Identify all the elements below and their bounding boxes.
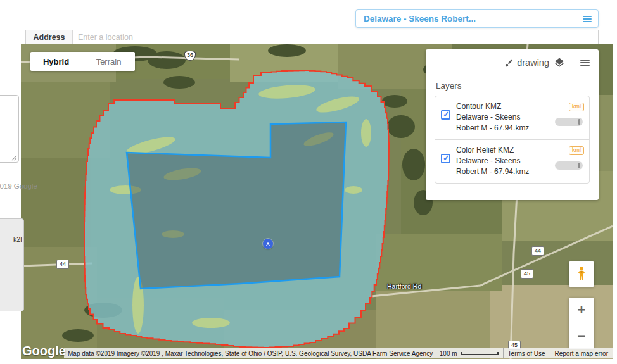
side-dialog-fragment: k2I (0, 218, 24, 311)
hamburger-icon[interactable] (583, 16, 592, 22)
google-watermark: 2019 Google (0, 182, 37, 190)
top-bar: Delaware - Skeens Robert... (0, 0, 617, 30)
slider-thumb[interactable] (578, 163, 580, 168)
slider-thumb[interactable] (578, 119, 580, 125)
layer-label-contour: Contour KMZ Delaware - Skeens Robert M -… (456, 101, 533, 134)
scale-ruler (461, 352, 499, 355)
google-logo[interactable]: Google (22, 344, 66, 358)
resize-handle-icon[interactable] (10, 154, 17, 161)
drawing-mode-label: drawing (517, 58, 549, 68)
field-selector-dropdown[interactable]: Delaware - Skeens Robert... (355, 9, 599, 28)
zoom-control: + − (569, 298, 594, 349)
terrain-button[interactable]: Terrain (82, 52, 135, 71)
attribution-bar: Map data ©2019 Imagery ©2019 , Maxar Tec… (64, 348, 613, 358)
layer-checkbox-contour[interactable] (441, 110, 450, 120)
layers-icon[interactable] (554, 57, 565, 68)
route-shield-44-right: 44 (531, 246, 544, 256)
layer-list: Contour KMZ Delaware - Skeens Robert M -… (435, 96, 590, 184)
kml-badge: kml (569, 146, 584, 155)
app-page: Delaware - Skeens Robert... Address (0, 0, 617, 364)
layers-panel: drawing Layers Contour KMZ Delaware - Sk… (426, 49, 599, 200)
scale-label: 100 m (440, 350, 457, 357)
layers-panel-header: drawing (435, 56, 590, 70)
hartford-rd-label: Hartford Rd (387, 282, 421, 290)
layer-opacity-slider-contour[interactable] (555, 118, 583, 126)
address-label: Address (26, 30, 73, 44)
hybrid-button[interactable]: Hybrid (30, 52, 82, 71)
notes-textarea[interactable] (0, 95, 19, 163)
address-input[interactable] (73, 30, 598, 44)
field-center-marker[interactable]: X (263, 239, 273, 249)
map-attribution-text: Map data ©2019 Imagery ©2019 , Maxar Tec… (64, 350, 435, 357)
pegman-control[interactable] (569, 261, 594, 287)
pegman-icon (575, 266, 588, 282)
layer-opacity-slider-color-relief[interactable] (555, 161, 583, 170)
map-type-control: Hybrid Terrain (30, 52, 135, 71)
map-canvas[interactable]: Hybrid Terrain 36 44 44 45 45 Hartford R… (21, 44, 613, 359)
layer-checkbox-color-relief[interactable] (441, 154, 450, 163)
panel-menu-hamburger-icon[interactable] (580, 60, 590, 66)
layer-item-contour: Contour KMZ Delaware - Skeens Robert M -… (435, 96, 589, 139)
drawing-mode-button[interactable]: drawing (504, 58, 549, 68)
dialog-text-fragment: k2I (13, 235, 22, 243)
zoom-in-button[interactable]: + (569, 298, 594, 323)
scale-control: 100 m (435, 348, 503, 358)
zoom-out-button[interactable]: − (569, 323, 594, 349)
terms-of-use-link[interactable]: Terms of Use (503, 348, 550, 358)
field-selector-label: Delaware - Skeens Robert... (364, 14, 583, 23)
layer-item-color-relief: Color Relief KMZ Delaware - Skeens Rober… (435, 139, 589, 183)
route-shield-45: 45 (521, 269, 533, 279)
kml-badge: kml (569, 103, 584, 111)
layers-title: Layers (436, 81, 590, 91)
brush-icon (504, 58, 514, 68)
report-map-error-link[interactable]: Report a map error (550, 348, 613, 358)
layer-label-color-relief: Color Relief KMZ Delaware - Skeens Rober… (456, 145, 533, 177)
route-shield-44-left: 44 (56, 260, 69, 269)
address-bar: Address (25, 30, 599, 44)
